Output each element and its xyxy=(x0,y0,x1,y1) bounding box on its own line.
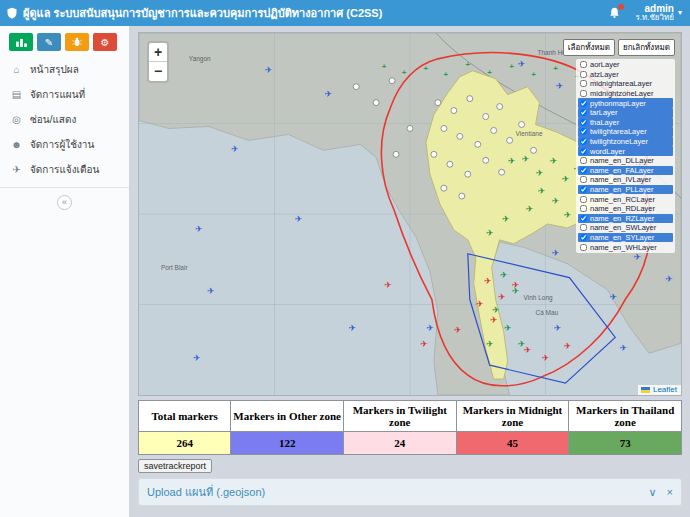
plane-marker[interactable]: ✈ xyxy=(295,214,303,224)
circle-marker[interactable] xyxy=(475,141,481,147)
sidebar-item-show-hide[interactable]: ◎ ซ่อน/แสดง xyxy=(0,107,129,132)
layer-checkbox[interactable] xyxy=(580,109,587,116)
layer-item[interactable]: name_en_FALayer xyxy=(578,166,673,176)
plane-marker[interactable]: ✈ xyxy=(522,154,530,164)
plane-marker[interactable]: ✈ xyxy=(207,286,215,296)
plane-marker[interactable]: ✈ xyxy=(486,339,494,349)
edit-button[interactable]: ✎ xyxy=(37,33,61,51)
plane-marker[interactable]: ✈ xyxy=(476,299,484,309)
layer-item[interactable]: name_en_WHLayer xyxy=(578,242,673,252)
circle-marker[interactable] xyxy=(457,133,463,139)
layer-checkbox[interactable] xyxy=(580,196,587,203)
plane-marker[interactable]: ✈ xyxy=(526,204,534,214)
plus-marker[interactable]: + xyxy=(531,70,536,79)
layer-item[interactable]: midnightzoneLayer xyxy=(578,89,673,99)
plane-marker[interactable]: ✈ xyxy=(348,323,356,333)
plane-marker[interactable]: ✈ xyxy=(490,315,498,325)
circle-marker[interactable] xyxy=(467,96,473,102)
circle-marker[interactable] xyxy=(497,104,503,110)
layer-checkbox[interactable] xyxy=(580,215,587,222)
plane-marker[interactable]: ✈ xyxy=(564,341,572,351)
plane-marker[interactable]: ✈ xyxy=(524,345,532,355)
plane-marker[interactable]: ✈ xyxy=(542,353,550,363)
leaflet-link[interactable]: Leaflet xyxy=(653,385,677,394)
plane-marker[interactable]: ✈ xyxy=(504,323,512,333)
layer-item[interactable]: name_en_RDLayer xyxy=(578,204,673,214)
plus-marker[interactable]: + xyxy=(444,70,449,79)
notifications-button[interactable] xyxy=(608,6,621,19)
plane-marker[interactable]: ✈ xyxy=(502,214,510,224)
circle-marker[interactable] xyxy=(447,161,453,167)
layer-item[interactable]: name_en_PLLayer xyxy=(578,185,673,195)
sidebar-item-summary[interactable]: ⌂ หน้าสรุปผล xyxy=(0,57,129,82)
plane-marker[interactable]: ✈ xyxy=(665,274,673,284)
plane-marker[interactable]: ✈ xyxy=(609,292,617,302)
layer-checkbox[interactable] xyxy=(580,234,587,241)
layer-checkbox[interactable] xyxy=(580,119,587,126)
circle-marker[interactable] xyxy=(507,137,513,143)
collapse-panel-icon[interactable]: ∨ xyxy=(649,486,657,499)
layer-item[interactable]: name_en_DLLayer xyxy=(578,156,673,166)
sidebar-item-manage-maps[interactable]: ▤ จัดการแผนที่ xyxy=(0,82,129,107)
circle-marker[interactable] xyxy=(483,157,489,163)
plane-marker[interactable]: ✈ xyxy=(500,270,508,280)
layer-item[interactable]: name_en_SYLayer xyxy=(578,233,673,243)
layer-item[interactable]: twilightareaLayer xyxy=(578,127,673,137)
select-all-button[interactable]: เลือกทั้งหมด xyxy=(563,39,615,56)
close-panel-icon[interactable]: × xyxy=(667,486,673,499)
plane-marker[interactable]: ✈ xyxy=(454,325,462,335)
plane-marker[interactable]: ✈ xyxy=(231,144,239,154)
plane-marker[interactable]: ✈ xyxy=(518,59,526,69)
deselect-all-button[interactable]: ยกเลิกทั้งหมด xyxy=(618,39,675,56)
circle-marker[interactable] xyxy=(465,171,471,177)
sidebar-item-manage-users[interactable]: ☻ จัดการผู้ใช้งาน xyxy=(0,132,129,157)
plane-marker[interactable]: ✈ xyxy=(619,343,627,353)
circle-marker[interactable] xyxy=(441,185,447,191)
layer-item[interactable]: name_en_RCLayer xyxy=(578,194,673,204)
layer-checkbox[interactable] xyxy=(580,71,587,78)
circle-marker[interactable] xyxy=(459,193,465,199)
plane-marker[interactable]: ✈ xyxy=(426,323,434,333)
plane-marker[interactable]: ✈ xyxy=(552,248,560,258)
plane-marker[interactable]: ✈ xyxy=(193,353,201,363)
circle-marker[interactable] xyxy=(435,100,441,106)
plane-marker[interactable]: ✈ xyxy=(550,156,558,166)
circle-marker[interactable] xyxy=(431,151,437,157)
sidebar-item-manage-alerts[interactable]: ✈ จัดการแจ้งเตือน xyxy=(0,157,129,182)
plane-marker[interactable]: ✈ xyxy=(492,305,500,315)
plus-marker[interactable]: + xyxy=(424,64,429,73)
circle-marker[interactable] xyxy=(393,151,399,157)
plus-marker[interactable]: + xyxy=(487,68,492,77)
circle-marker[interactable] xyxy=(491,127,497,133)
layer-item[interactable]: aorLayer xyxy=(578,60,673,70)
zoom-in-button[interactable]: + xyxy=(149,43,167,62)
layer-checkbox[interactable] xyxy=(580,138,587,145)
layer-checkbox[interactable] xyxy=(580,186,587,193)
map[interactable]: YangonThanh HóaVientianePort BlairVinh L… xyxy=(138,32,682,396)
zoom-out-button[interactable]: − xyxy=(149,62,167,81)
plus-marker[interactable]: + xyxy=(382,62,387,71)
plane-marker[interactable]: ✈ xyxy=(420,339,428,349)
layer-checkbox[interactable] xyxy=(580,90,587,97)
settings-button[interactable]: ⚙ xyxy=(93,33,117,51)
layer-checkbox[interactable] xyxy=(580,100,587,107)
plane-marker[interactable]: ✈ xyxy=(508,156,516,166)
layer-checkbox[interactable] xyxy=(580,128,587,135)
plane-marker[interactable]: ✈ xyxy=(325,89,333,99)
layer-item[interactable]: midnightareaLayer xyxy=(578,79,673,89)
layer-checkbox[interactable] xyxy=(580,157,587,164)
plane-marker[interactable]: ✈ xyxy=(486,228,494,238)
circle-marker[interactable] xyxy=(531,147,537,153)
layer-item[interactable]: name_en_RZLayer xyxy=(578,214,673,224)
circle-marker[interactable] xyxy=(483,114,489,120)
plane-marker[interactable]: ✈ xyxy=(484,276,492,286)
plus-marker[interactable]: + xyxy=(465,60,470,69)
layer-checkbox[interactable] xyxy=(580,148,587,155)
circle-marker[interactable] xyxy=(389,78,395,84)
layer-checkbox[interactable] xyxy=(580,205,587,212)
save-track-report-button[interactable]: savetrackreport xyxy=(138,459,212,473)
plane-marker[interactable]: ✈ xyxy=(195,224,203,234)
plane-marker[interactable]: ✈ xyxy=(536,168,544,178)
circle-marker[interactable] xyxy=(441,125,447,131)
plane-marker[interactable]: ✈ xyxy=(512,280,520,290)
